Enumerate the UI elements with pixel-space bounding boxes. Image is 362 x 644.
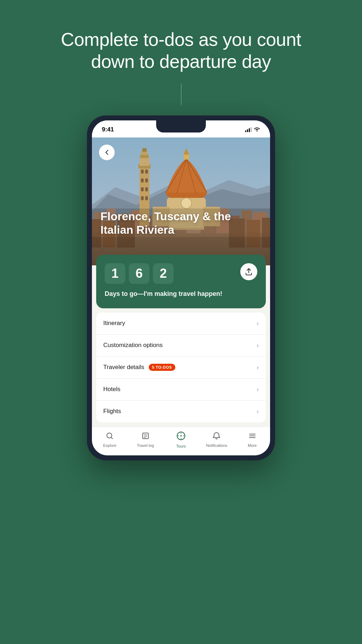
svg-rect-28 bbox=[141, 196, 144, 200]
menu-item-hotels-label: Hotels bbox=[103, 386, 120, 393]
divider-line bbox=[181, 83, 181, 105]
countdown-message: Days to go—I'm making travel happen! bbox=[105, 289, 257, 298]
chevron-right-customization: › bbox=[257, 342, 259, 349]
status-icons bbox=[245, 126, 260, 132]
signal-icon bbox=[245, 127, 252, 132]
menu-item-customization[interactable]: Customization options › bbox=[96, 335, 266, 357]
phone-frame: 9:41 bbox=[87, 115, 275, 460]
svg-rect-23 bbox=[145, 169, 148, 174]
svg-rect-24 bbox=[141, 178, 144, 183]
countdown-digit-1: 1 bbox=[105, 263, 125, 284]
svg-rect-29 bbox=[145, 196, 148, 200]
nav-label-explore: Explore bbox=[103, 443, 116, 448]
menu-item-itinerary-left: Itinerary bbox=[103, 320, 125, 327]
nav-label-notifications: Notifications bbox=[206, 443, 227, 448]
hero-title: Florence, Tuscany & the Italian Riviera bbox=[100, 210, 262, 237]
notifications-icon bbox=[213, 432, 220, 442]
hero-image: Florence, Tuscany & the Italian Riviera bbox=[92, 137, 270, 265]
nav-item-notifications[interactable]: Notifications bbox=[204, 432, 229, 448]
menu-list: Itinerary › Customization options › Trav… bbox=[96, 313, 266, 422]
menu-item-traveler[interactable]: Traveler details 5 TO-DOS › bbox=[96, 357, 266, 379]
header-text: Complete to-dos as you count down to dep… bbox=[57, 28, 305, 73]
nav-label-travellog: Travel log bbox=[137, 443, 154, 448]
nav-item-travellog[interactable]: Travel log bbox=[133, 432, 158, 448]
chevron-right-itinerary: › bbox=[257, 320, 259, 327]
svg-rect-22 bbox=[141, 169, 144, 174]
svg-rect-37 bbox=[183, 155, 189, 159]
menu-item-flights-left: Flights bbox=[103, 408, 121, 415]
back-button[interactable] bbox=[99, 145, 115, 160]
svg-point-54 bbox=[180, 435, 182, 437]
menu-item-hotels[interactable]: Hotels › bbox=[96, 379, 266, 401]
phone-screen: 9:41 bbox=[92, 120, 270, 455]
svg-point-40 bbox=[181, 198, 192, 209]
svg-rect-26 bbox=[141, 187, 144, 191]
menu-item-flights-label: Flights bbox=[103, 408, 121, 415]
more-icon bbox=[248, 432, 256, 442]
svg-rect-27 bbox=[145, 187, 148, 191]
todo-badge: 5 TO-DOS bbox=[149, 364, 176, 371]
chevron-right-flights: › bbox=[257, 408, 259, 415]
nav-label-more: More bbox=[248, 443, 257, 448]
countdown-numbers: 1 6 2 bbox=[105, 263, 257, 284]
menu-item-customization-label: Customization options bbox=[103, 342, 163, 349]
menu-item-itinerary[interactable]: Itinerary › bbox=[96, 313, 266, 335]
bottom-nav: Explore Travel log bbox=[92, 427, 270, 455]
share-button[interactable] bbox=[240, 263, 257, 280]
explore-icon bbox=[106, 432, 114, 442]
chevron-right-hotels: › bbox=[257, 386, 259, 393]
svg-rect-18 bbox=[139, 157, 149, 166]
countdown-digit-3: 2 bbox=[153, 263, 174, 284]
menu-item-customization-left: Customization options bbox=[103, 342, 163, 349]
menu-item-itinerary-label: Itinerary bbox=[103, 320, 125, 327]
countdown-card: 1 6 2 Days to go—I'm making travel happe… bbox=[96, 255, 266, 308]
countdown-digit-2: 6 bbox=[129, 263, 149, 284]
chevron-right-traveler: › bbox=[257, 364, 259, 371]
svg-rect-25 bbox=[145, 178, 148, 183]
nav-item-tours[interactable]: Tours bbox=[169, 431, 193, 448]
travellog-icon bbox=[142, 432, 149, 442]
nav-item-explore[interactable]: Explore bbox=[97, 432, 122, 448]
menu-item-flights[interactable]: Flights › bbox=[96, 401, 266, 422]
tours-icon bbox=[176, 431, 186, 443]
nav-label-tours: Tours bbox=[176, 444, 186, 448]
status-time: 9:41 bbox=[102, 126, 114, 133]
nav-item-more[interactable]: More bbox=[240, 432, 265, 448]
menu-item-hotels-left: Hotels bbox=[103, 386, 120, 393]
menu-item-traveler-label: Traveler details bbox=[103, 364, 144, 371]
wifi-icon bbox=[254, 126, 260, 132]
notch bbox=[156, 120, 206, 132]
svg-rect-21 bbox=[142, 148, 147, 152]
menu-item-traveler-left: Traveler details 5 TO-DOS bbox=[103, 364, 175, 371]
